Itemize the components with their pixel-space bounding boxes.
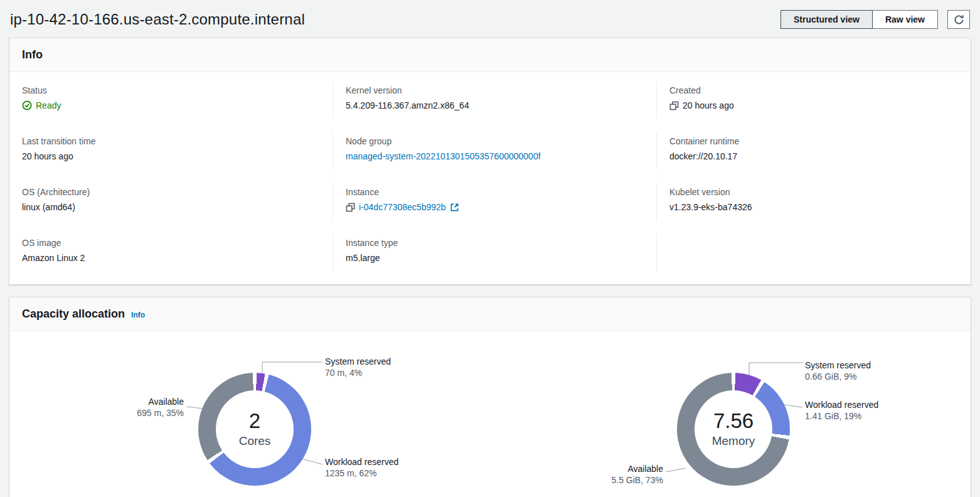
external-link-icon[interactable] (450, 203, 459, 212)
copy-icon[interactable] (346, 203, 355, 212)
field-value: 20 hours ago (683, 99, 734, 112)
field-value: 5.4.209-116.367.amzn2.x86_64 (346, 99, 644, 112)
field-value: v1.23.9-eks-ba74326 (669, 201, 958, 213)
memory-total-value: 7.56 (713, 410, 754, 432)
capacity-allocation-panel: Capacity allocation Info 2 Cores System … (9, 297, 971, 497)
header-actions: Structured view Raw view (780, 10, 970, 29)
cpu-workload-reserved-label: Workload reserved 1235 m, 62% (325, 457, 398, 478)
field-label: Last transition time (22, 136, 321, 147)
raw-view-button[interactable]: Raw view (872, 10, 938, 29)
status-ready-icon (22, 100, 32, 110)
field-value: linux (amd64) (22, 201, 321, 213)
field-label: Instance type (346, 237, 644, 248)
memory-total-label: Memory (712, 434, 755, 449)
capacity-charts: 2 Cores System reserved 70 m, 4% Availab… (9, 331, 971, 497)
instance-link[interactable]: i-04dc77308ec5b992b (359, 201, 446, 213)
field-kubelet-version: Kubelet version v1.23.9-eks-ba74326 (657, 176, 971, 227)
field-os-architecture: OS (Architecture) linux (amd64) (9, 176, 333, 227)
info-panel-title: Info (22, 48, 43, 61)
cpu-total-value: 2 (249, 410, 260, 432)
memory-donut-chart: 7.56 Memory (677, 373, 790, 486)
refresh-button[interactable] (947, 10, 970, 29)
refresh-icon (954, 14, 964, 25)
field-label: Kernel version (346, 85, 644, 96)
info-panel-header: Info (9, 38, 971, 72)
cpu-system-reserved-label: System reserved 70 m, 4% (325, 356, 391, 378)
memory-system-reserved-label: System reserved 0.66 GiB, 9% (805, 360, 871, 382)
field-empty (657, 227, 971, 278)
copy-icon[interactable] (669, 101, 679, 110)
field-value: docker://20.10.17 (669, 150, 958, 163)
info-grid: Status Ready Kernel version 5.4.209-116.… (9, 72, 971, 284)
field-value: 20 hours ago (22, 150, 321, 163)
field-created: Created 20 hours ago (657, 75, 971, 126)
view-toggle: Structured view Raw view (780, 10, 938, 29)
memory-available-label: Available 5.5 GiB, 73% (558, 464, 663, 485)
info-panel: Info Status Ready Kernel version 5.4.209… (9, 38, 971, 285)
cpu-donut-center: 2 Cores (216, 390, 294, 468)
memory-workload-reserved-label: Workload reserved 1.41 GiB, 19% (805, 400, 878, 421)
field-label: Created (669, 85, 958, 96)
field-value: m5.large (346, 252, 644, 264)
field-instance-type: Instance type m5.large (333, 227, 657, 278)
field-last-transition-time: Last transition time 20 hours ago (9, 126, 333, 176)
field-node-group: Node group managed-system-20221013015053… (333, 126, 657, 176)
field-value: Amazon Linux 2 (22, 252, 321, 264)
page-title: ip-10-42-10-166.us-east-2.compute.intern… (10, 11, 305, 28)
structured-view-button[interactable]: Structured view (780, 10, 873, 29)
field-label: Container runtime (669, 136, 958, 147)
field-os-image: OS image Amazon Linux 2 (9, 227, 333, 278)
field-instance: Instance i-04dc77308ec5b992b (333, 176, 657, 227)
cpu-total-label: Cores (239, 434, 271, 449)
page-header: ip-10-42-10-166.us-east-2.compute.intern… (0, 0, 980, 38)
capacity-panel-header: Capacity allocation Info (9, 297, 971, 331)
cpu-available-label: Available 695 m, 35% (78, 397, 184, 418)
field-label: OS (Architecture) (22, 186, 321, 198)
field-container-runtime: Container runtime docker://20.10.17 (657, 126, 971, 176)
field-label: Instance (346, 186, 644, 198)
field-status: Status Ready (9, 75, 333, 126)
field-label: Node group (346, 136, 644, 147)
capacity-info-link[interactable]: Info (131, 311, 145, 319)
field-label: Kubelet version (669, 186, 958, 198)
field-kernel-version: Kernel version 5.4.209-116.367.amzn2.x86… (333, 75, 657, 126)
capacity-panel-title: Capacity allocation (22, 307, 125, 321)
field-label: Status (22, 85, 321, 96)
field-label: OS image (22, 237, 321, 248)
node-group-link[interactable]: managed-system-2022101301505357600000000… (346, 150, 541, 163)
status-text: Ready (36, 99, 61, 112)
cpu-donut-chart: 2 Cores (198, 373, 311, 486)
memory-donut-center: 7.56 Memory (695, 390, 772, 468)
